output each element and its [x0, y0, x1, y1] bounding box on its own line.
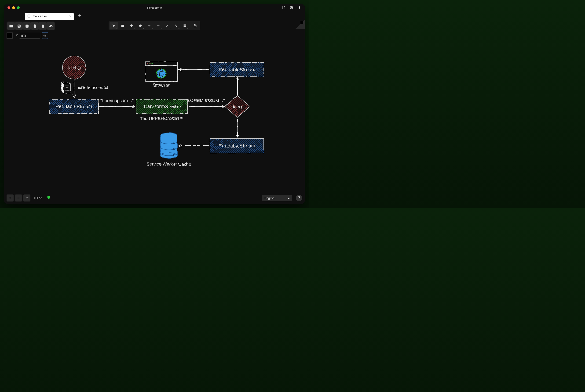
library-tool[interactable]: 9	[181, 22, 189, 30]
collaborate-button[interactable]	[47, 22, 55, 30]
background-color-button[interactable]	[42, 32, 48, 39]
svg-rect-9	[185, 24, 186, 26]
diamond-tool[interactable]: 3	[127, 22, 136, 30]
rs2-label: ReadableStream	[218, 66, 255, 72]
arrow-tool[interactable]: 5	[145, 22, 153, 30]
transform-label: TransformStream	[143, 104, 181, 109]
svg-point-29	[152, 63, 153, 64]
line-tool[interactable]: 6	[154, 22, 162, 30]
help-button[interactable]: ?	[296, 195, 302, 201]
edge1-label: "Lorem ipsum…"	[100, 98, 134, 103]
ellipse-tool[interactable]: 4	[136, 22, 145, 30]
cache-label: Service Worker Cache	[146, 162, 191, 166]
zoom-out-button[interactable]: −	[15, 194, 22, 202]
language-select[interactable]: English	[262, 195, 292, 201]
rs1-label: ReadableStream	[55, 104, 92, 109]
color-swatch[interactable]	[7, 32, 13, 38]
document-icon	[61, 82, 71, 93]
svg-point-37	[173, 148, 175, 150]
svg-text:A: A	[175, 24, 177, 27]
svg-point-27	[147, 63, 148, 64]
color-picker-row: #	[4, 32, 305, 41]
edge2-label: "LOREM IPSUM…"	[186, 98, 225, 103]
file-label: lorem-ipsum.txt	[78, 85, 108, 90]
draw-tool[interactable]: 7	[163, 22, 171, 30]
text-tool[interactable]: A8	[172, 22, 180, 30]
save-button[interactable]	[15, 22, 23, 30]
shield-icon[interactable]	[47, 196, 51, 200]
bottom-bar: + − 100% English ?	[7, 194, 302, 202]
hex-input[interactable]	[19, 33, 40, 38]
zoom-in-button[interactable]: +	[7, 194, 14, 202]
zoom-level: 100%	[32, 196, 44, 200]
hash-label: #	[15, 34, 19, 38]
fetch-label: fetch()	[67, 65, 81, 70]
zoom-reset-button[interactable]	[24, 194, 31, 202]
svg-point-30	[157, 69, 166, 78]
selection-tool[interactable]: 1	[110, 22, 118, 30]
svg-point-4	[44, 35, 45, 36]
browser-label: Browser	[153, 82, 169, 88]
export-button[interactable]	[31, 22, 39, 30]
svg-point-38	[173, 154, 175, 156]
svg-rect-11	[185, 26, 186, 27]
svg-rect-5	[121, 25, 124, 27]
open-button[interactable]	[7, 22, 15, 30]
svg-point-28	[149, 63, 150, 64]
lock-tool[interactable]	[191, 22, 199, 30]
rs3-label: ReadableStream	[218, 143, 255, 148]
transform-sub-label: The UPPERCASER™	[140, 116, 184, 121]
save-as-button[interactable]	[23, 22, 31, 30]
svg-rect-10	[184, 26, 185, 27]
rectangle-tool[interactable]: 2	[118, 22, 127, 30]
shape-toolbar: 1 2 3 4 5 6 7 A8 9	[109, 21, 200, 30]
tee-label: tee()	[233, 104, 242, 109]
svg-point-36	[173, 142, 175, 144]
svg-rect-8	[184, 24, 185, 26]
delete-button[interactable]	[39, 22, 47, 30]
svg-point-6	[139, 24, 142, 27]
browser-icon	[145, 62, 177, 81]
svg-rect-20	[63, 84, 71, 93]
database-icon	[160, 132, 177, 158]
